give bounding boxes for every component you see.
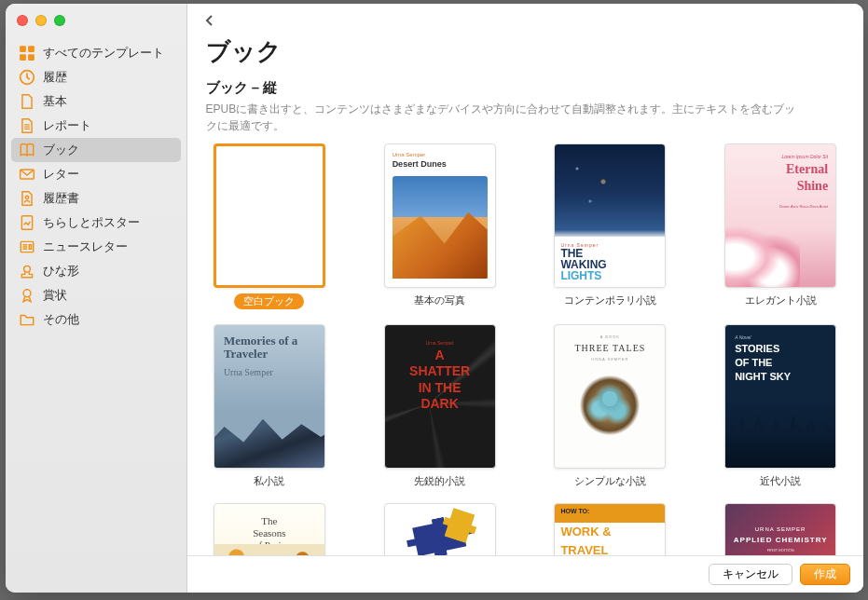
cover-kicker: HOW TO: [560, 508, 659, 514]
template-label: 先鋭的小説 [414, 474, 465, 488]
template-card[interactable]: URNA SEMPERAPPLIED CHEMISTRYFIRST EDITIO… [717, 503, 845, 555]
cover-title: THREE TALES [562, 343, 657, 353]
sidebar-item-label: ひな形 [43, 263, 79, 280]
template-card[interactable]: Urna SemperTHEWAKINGLIGHTSコンテンポラリ小説 [546, 143, 674, 309]
template-label: コンテンポラリ小説 [564, 293, 656, 307]
sidebar-item-person-doc[interactable]: 履歴書 [6, 186, 186, 211]
ribbon-icon [19, 288, 35, 303]
template-card[interactable] [376, 503, 503, 555]
cover-title: The [224, 515, 315, 527]
section-description: EPUBに書き出すと、コンテンツはさまざまなデバイスや方向に合わせて自動調整され… [187, 99, 821, 143]
template-card[interactable]: HOW TO:WORK &TRAVEL [546, 503, 674, 555]
main-content: ブック ブック – 縦 EPUBに書き出すと、コンテンツはさまざまなデバイスや方… [187, 4, 863, 593]
template-card[interactable]: Lorem Ipsum Dolor SitEternalShineDonec A… [717, 143, 845, 309]
cover-line: SHATTER [394, 365, 486, 377]
cover-edition: FIRST EDITION [733, 548, 828, 552]
sidebar-item-clock[interactable]: 履歴 [6, 65, 186, 89]
cover-title: Shine [733, 180, 828, 193]
template-label: 基本の写真 [414, 293, 465, 307]
window-controls [6, 11, 186, 41]
book-icon [19, 143, 35, 157]
minimize-window-button[interactable] [35, 15, 47, 26]
sidebar-item-grid[interactable]: すべてのテンプレート [6, 41, 186, 65]
sidebar-item-ribbon[interactable]: 賞状 [6, 283, 186, 307]
folder-icon [19, 312, 35, 327]
sidebar-item-folder[interactable]: その他 [6, 307, 186, 332]
sidebar-item-doc-lines[interactable]: レポート [6, 114, 186, 138]
sidebar-item-label: レポート [43, 117, 91, 134]
template-card[interactable]: A NovelSTORIESOF THENIGHT SKYURNA SEMPER… [717, 324, 845, 488]
cover-line: STORIES [735, 343, 826, 354]
cover-line: LIGHTS [560, 270, 659, 281]
doc-icon [19, 94, 35, 109]
svg-point-9 [23, 266, 30, 272]
cover-title: APPLIED CHEMISTRY [733, 536, 828, 544]
sidebar-item-label: 履歴 [43, 69, 67, 86]
sidebar-item-label: 基本 [43, 93, 67, 110]
page-title: ブック [187, 32, 863, 77]
cover-title: Memories of a Traveler [224, 334, 315, 361]
cover-line: TRAVEL [555, 541, 665, 555]
template-label: エレガント小説 [745, 293, 817, 307]
svg-rect-2 [20, 54, 26, 61]
sidebar-item-news[interactable]: ニュースレター [6, 235, 186, 259]
cover-line: OF THE [735, 357, 826, 368]
svg-rect-0 [20, 46, 26, 52]
sidebar-item-label: 履歴書 [43, 190, 79, 207]
grid-icon [19, 46, 35, 61]
sidebar-item-poster[interactable]: ちらしとポスター [6, 211, 186, 235]
cover-author: Urna Semper [394, 340, 486, 346]
cover-author: Lorem Ipsum Dolor Sit [733, 154, 828, 159]
close-window-button[interactable] [17, 15, 28, 26]
template-card[interactable]: 空白ブック [206, 143, 334, 309]
cover-title: Seasons [224, 527, 315, 539]
template-label: 空白ブック [234, 293, 304, 309]
cover-title: Desert Dunes [393, 159, 488, 169]
cover-line: A [394, 349, 486, 361]
template-label: 近代小説 [760, 474, 801, 488]
cover-author: URNA SEMPER [735, 455, 774, 460]
doc-lines-icon [19, 118, 35, 133]
sidebar-item-label: レター [43, 166, 79, 183]
cover-line: IN THE [394, 382, 486, 394]
svg-point-6 [25, 196, 28, 198]
cover-title: of Paris [224, 539, 315, 552]
template-card[interactable]: Urna SemperASHATTERIN THEDARK先鋭的小説 [376, 324, 503, 488]
create-button[interactable]: 作成 [800, 564, 850, 585]
template-grid-scroll[interactable]: 空白ブックUrna SemperDesert Dunes基本の写真Urna Se… [187, 143, 863, 555]
news-icon [19, 239, 35, 254]
sidebar-item-label: ちらしとポスター [43, 214, 140, 231]
sidebar-item-label: すべてのテンプレート [43, 45, 164, 61]
sidebar-item-envelope[interactable]: レター [6, 162, 186, 186]
template-card[interactable]: A BOOKTHREE TALESURNA SEMPERシンプルな小説 [546, 324, 674, 488]
sidebar-item-doc[interactable]: 基本 [6, 89, 186, 114]
sidebar-item-label: ブック [43, 142, 79, 158]
zoom-window-button[interactable] [54, 15, 65, 26]
template-card[interactable]: Urna SemperDesert Dunes基本の写真 [376, 143, 503, 309]
cover-kicker: A Novel [735, 334, 826, 340]
template-card[interactable]: Memories of a TravelerUrna Semper私小説 [206, 324, 334, 488]
cover-line: DARK [394, 398, 486, 410]
svg-rect-7 [21, 216, 32, 230]
poster-icon [19, 215, 35, 230]
template-card[interactable]: TheSeasonsof ParisURNA SEMPER [206, 503, 334, 555]
cover-kicker: A BOOK [562, 334, 657, 339]
sidebar-item-stamp[interactable]: ひな形 [6, 259, 186, 283]
template-chooser-window: すべてのテンプレート履歴基本レポートブックレター履歴書ちらしとポスターニュースレ… [6, 4, 863, 593]
cover-line: NIGHT SKY [735, 371, 826, 382]
template-label: 私小説 [254, 474, 284, 488]
stamp-icon [19, 264, 35, 279]
sidebar-item-book[interactable]: ブック [11, 138, 181, 162]
cover-line: WORK & [555, 523, 665, 541]
person-doc-icon [19, 191, 35, 206]
back-button[interactable] [202, 13, 217, 28]
section-title: ブック – 縦 [187, 77, 863, 99]
svg-point-10 [23, 290, 31, 297]
cover-author: Urna Semper [224, 367, 315, 377]
cancel-button[interactable]: キャンセル [709, 564, 792, 585]
template-label: シンプルな小説 [574, 474, 646, 488]
footer-bar: キャンセル 作成 [187, 555, 863, 593]
cover-title: Eternal [733, 163, 828, 176]
sidebar: すべてのテンプレート履歴基本レポートブックレター履歴書ちらしとポスターニュースレ… [6, 4, 187, 593]
cover-author: URNA SEMPER [562, 357, 657, 361]
